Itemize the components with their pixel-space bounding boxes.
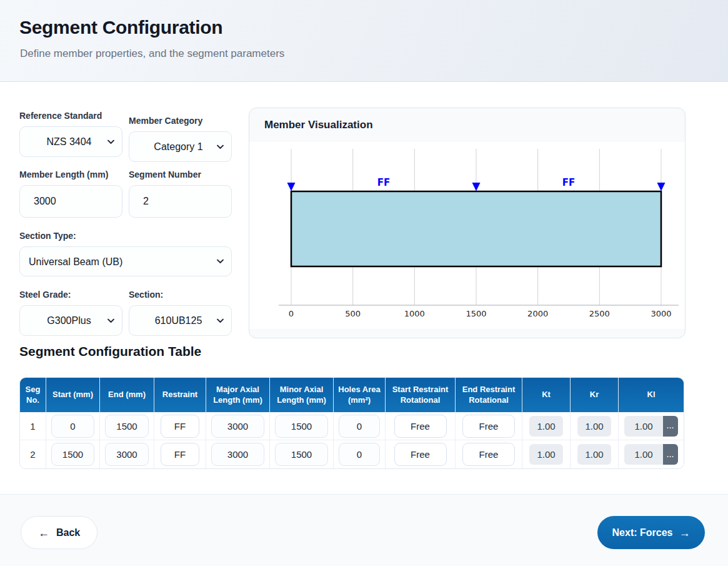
reference-standard-label: Reference Standard	[19, 111, 102, 121]
col-header-kt: Kt	[522, 378, 571, 412]
segment-number-input[interactable]	[129, 185, 232, 218]
section-label: Section:	[129, 290, 163, 300]
col-header-minor-axial: Minor Axial Length (mm)	[270, 378, 334, 412]
svg-text:1500: 1500	[466, 309, 486, 318]
segment-table-title: Segment Configuration Table	[19, 344, 201, 359]
table-row: 2 FF Free Free 1.00 1.00 1.00 ...	[20, 440, 684, 468]
member-visualization-chart: FFFF050010001500200025003000	[249, 142, 685, 329]
end-input[interactable]	[105, 415, 149, 438]
member-length-label: Member Length (mm)	[19, 169, 108, 179]
segment-number-label: Segment Number	[129, 169, 201, 179]
minor-axial-input[interactable]	[275, 443, 328, 466]
restraint-button[interactable]: FF	[161, 443, 199, 466]
start-rotational-button[interactable]: Free	[394, 415, 447, 438]
kl-more-button[interactable]: ...	[663, 416, 678, 437]
restraint-button[interactable]: FF	[161, 415, 199, 438]
seg-no-cell: 1	[20, 412, 46, 440]
kr-value: 1.00	[577, 444, 611, 465]
minor-axial-input[interactable]	[275, 415, 328, 438]
kl-cell: 1.00 ...	[619, 412, 684, 440]
kr-cell: 1.00	[571, 412, 619, 440]
restraint-cell: FF	[154, 412, 206, 440]
member-visualization-panel: Member Visualization FFFF050010001500200…	[249, 108, 686, 338]
kt-value: 1.00	[529, 444, 563, 465]
end-cell	[100, 440, 154, 468]
footer-bar: ← Back Next: Forces →	[0, 494, 728, 566]
start-cell	[46, 440, 100, 468]
segment-configuration-table: Seg No. Start (mm) End (mm) Restraint Ma…	[19, 377, 684, 469]
member-category-label: Member Category	[129, 116, 202, 126]
kt-value: 1.00	[529, 416, 563, 437]
svg-text:2500: 2500	[589, 309, 610, 318]
member-length-input[interactable]	[19, 185, 122, 218]
svg-text:0: 0	[289, 309, 294, 318]
end-rotational-cell: Free	[456, 412, 522, 440]
end-rotational-button[interactable]: Free	[462, 443, 515, 466]
member-category-select-wrap: Category 1	[129, 131, 232, 162]
col-header-holes-area: Holes Area (mm²)	[334, 378, 386, 412]
col-header-start: Start (mm)	[46, 378, 100, 412]
major-axial-input[interactable]	[211, 443, 264, 466]
major-axial-input[interactable]	[211, 415, 264, 438]
kt-cell: 1.00	[522, 440, 571, 468]
section-type-select[interactable]: Universal Beam (UB)	[19, 246, 232, 276]
holes-area-cell	[334, 412, 386, 440]
kl-value: 1.00	[624, 444, 663, 465]
kl-more-button[interactable]: ...	[663, 444, 678, 465]
kl-cell: 1.00 ...	[619, 440, 684, 468]
page-subtitle: Define member properties, and the segmen…	[20, 48, 284, 60]
back-button-label: Back	[56, 527, 80, 538]
start-rotational-cell: Free	[386, 412, 456, 440]
end-rotational-button[interactable]: Free	[462, 415, 515, 438]
start-cell	[46, 412, 100, 440]
page-title: Segment Configuration	[19, 17, 222, 38]
holes-area-cell	[334, 440, 386, 468]
col-header-major-axial: Major Axial Length (mm)	[206, 378, 270, 412]
section-type-label: Section Type:	[19, 231, 76, 241]
member-visualization-title: Member Visualization	[249, 108, 685, 142]
start-rotational-button[interactable]: Free	[394, 443, 447, 466]
next-forces-button[interactable]: Next: Forces →	[597, 516, 705, 549]
major-axial-cell	[206, 440, 270, 468]
kt-cell: 1.00	[522, 412, 571, 440]
minor-axial-cell	[270, 440, 334, 468]
col-header-seg-no: Seg No.	[20, 378, 46, 412]
start-input[interactable]	[51, 415, 94, 438]
col-header-end-rotational: End Restraint Rotational	[456, 378, 522, 412]
col-header-kl: Kl	[619, 378, 684, 412]
section-select-wrap: 610UB125	[129, 305, 232, 336]
page-header: Segment Configuration Define member prop…	[0, 0, 728, 82]
seg-no-value: 1	[30, 421, 35, 432]
svg-text:500: 500	[345, 309, 361, 318]
col-header-restraint: Restraint	[154, 378, 206, 412]
end-rotational-cell: Free	[456, 440, 522, 468]
end-cell	[100, 412, 154, 440]
svg-text:FF: FF	[562, 177, 576, 188]
steel-grade-select-wrap: G300Plus	[19, 305, 122, 336]
reference-standard-select[interactable]: NZS 3404	[19, 126, 122, 157]
svg-text:2000: 2000	[527, 309, 548, 318]
svg-text:1000: 1000	[404, 309, 425, 318]
major-axial-cell	[206, 412, 270, 440]
arrow-left-icon: ←	[38, 527, 49, 538]
table-header-row: Seg No. Start (mm) End (mm) Restraint Ma…	[20, 378, 684, 412]
arrow-right-icon: →	[679, 527, 690, 538]
seg-no-value: 2	[30, 449, 35, 460]
minor-axial-cell	[270, 412, 334, 440]
reference-standard-select-wrap: NZS 3404	[19, 126, 122, 157]
svg-text:3000: 3000	[651, 309, 671, 318]
col-header-start-rotational: Start Restraint Rotational	[386, 378, 456, 412]
next-button-label: Next: Forces	[612, 527, 673, 538]
steel-grade-select[interactable]: G300Plus	[19, 305, 122, 336]
kr-value: 1.00	[577, 416, 611, 437]
holes-area-input[interactable]	[339, 415, 380, 438]
table-row: 1 FF Free Free 1.00 1.00 1.00 ...	[20, 412, 684, 440]
end-input[interactable]	[105, 443, 149, 466]
col-header-end: End (mm)	[100, 378, 154, 412]
back-button[interactable]: ← Back	[21, 516, 97, 549]
member-category-select[interactable]: Category 1	[129, 131, 232, 162]
start-input[interactable]	[51, 443, 94, 466]
holes-area-input[interactable]	[339, 443, 380, 466]
section-select[interactable]: 610UB125	[129, 305, 232, 336]
kr-cell: 1.00	[571, 440, 619, 468]
